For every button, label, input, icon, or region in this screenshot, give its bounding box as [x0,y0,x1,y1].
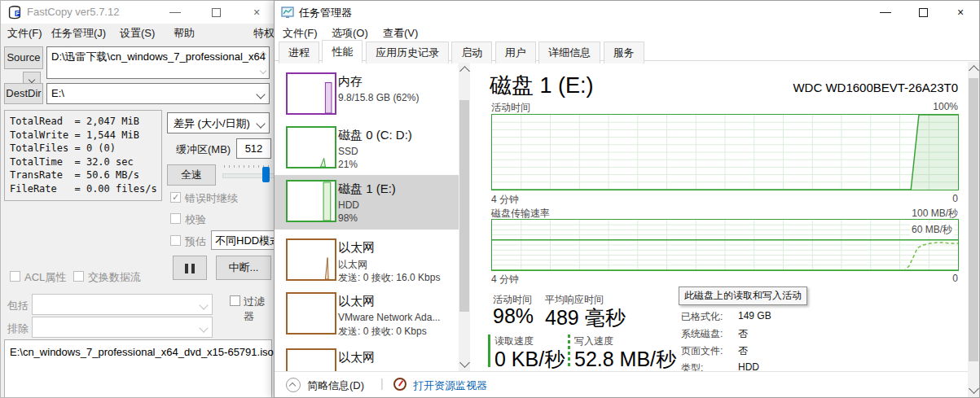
scroll-up-icon[interactable] [969,65,979,76]
collapse-icon[interactable] [286,378,301,392]
sidebar-item-disk0[interactable]: 磁盘 0 (C: D:) SSD 21% [275,121,459,175]
exclude-dropdown-icon [199,323,208,332]
taskmgr-menu-options[interactable]: 选项(O) [332,26,368,41]
read-speed-value: 0 KB/秒 [494,346,565,373]
taskmgr-minimize-button[interactable] [867,1,904,24]
sidebar-scrollbar[interactable] [459,63,470,371]
fastcopy-menu-help[interactable]: 帮助 [174,26,195,41]
main-scrollbar-thumb[interactable] [969,78,978,361]
filter-checkbox[interactable] [230,295,240,306]
source-button[interactable]: Source [4,46,43,69]
estimate-checkbox[interactable] [170,235,181,246]
open-resource-monitor-link[interactable]: 打开资源监视器 [413,378,487,393]
write-speed-legend-bar [568,335,570,367]
exclude-label: 排除 [7,321,29,336]
taskmgr-tab-strip: 进程 性能 应用历史记录 启动 用户 详细信息 服务 [275,40,979,61]
scroll-up-icon[interactable] [459,66,470,77]
taskmgr-menu-file[interactable]: 文件(F) [283,26,318,41]
source-scroll-down-icon[interactable] [260,68,266,74]
verify-label: 校验 [185,212,206,227]
include-label: 包括 [7,299,29,313]
chart1-xright: 0 [795,193,958,204]
verify-checkbox[interactable] [170,213,181,224]
disk0-mini-chart [286,126,336,168]
chart2-xleft: 4 分钟 [491,273,519,286]
altstream-checkbox[interactable] [73,271,84,282]
svg-text:F: F [16,11,20,16]
taskmgr-maximize-button[interactable] [904,1,942,24]
log-entry: E:\cn_windows_7_professional_x64_dvd_x15… [10,346,274,358]
tab-services[interactable]: 服务 [604,42,644,63]
include-combobox[interactable] [32,294,213,315]
chart1-max-label: 100% [795,101,958,112]
hdd-mode-combobox[interactable]: 不同HDD模式 [211,230,275,250]
tab-performance[interactable]: 性能 [322,40,363,63]
sidebar-item-detail: HDD [338,199,359,211]
footer-divider: | [380,377,384,390]
sidebar-item-ethernet3[interactable]: 以太网 [275,343,459,371]
log-listbox[interactable]: E:\cn_windows_7_professional_x64_dvd_x15… [4,339,272,398]
altstream-label: 交换数据流 [88,270,141,285]
memory-mini-chart [286,72,336,115]
destdir-combobox[interactable]: E:\ [46,83,270,104]
fastcopy-menu-file[interactable]: 文件(F) [7,26,42,41]
sidebar-item-detail: SSD [338,146,358,157]
slider-thumb[interactable] [262,167,270,182]
scroll-down-icon[interactable] [969,383,979,394]
pause-button[interactable] [173,256,207,280]
fastcopy-menu-jobmgmt[interactable]: 任务管理(J) [51,26,106,41]
tab-processes[interactable]: 进程 [279,42,319,63]
sidebar-item-detail: 以太网 [338,258,367,272]
source-path-field[interactable]: D:\迅雷下载\cn_windows_7_professional_x64 [46,46,270,79]
tab-details[interactable]: 详细信息 [538,42,600,63]
sidebar-scrollbar-thumb[interactable] [459,100,469,312]
destdir-button[interactable]: DestDir [4,83,43,104]
taskmgr-close-button[interactable]: × [942,1,979,24]
sidebar-item-name: 磁盘 1 (E:) [338,182,396,197]
active-time-chart[interactable] [491,114,959,190]
tab-app-history[interactable]: 应用历史记录 [366,42,449,63]
abort-button[interactable]: 中断... [216,256,271,280]
fastcopy-minimize-button[interactable] [156,1,194,24]
acl-checkbox[interactable] [10,271,20,282]
fewer-details-button[interactable]: 简略信息(D) [307,378,364,393]
tab-users[interactable]: 用户 [495,42,536,63]
taskmgr-titlebar[interactable]: 任务管理器 × [275,1,979,24]
taskmgr-app-icon [281,6,294,19]
fullspeed-button[interactable]: 全速 [167,164,216,186]
continue-on-error-checkbox[interactable]: ✓ [170,192,181,203]
resource-monitor-icon[interactable] [393,378,407,391]
transfer-rate-chart[interactable]: 60 MB/秒 [491,219,959,271]
sidebar-item-ethernet1[interactable]: 以太网 以太网 发送: 0 接收: 16.0 Kbps [275,234,459,287]
sidebar-item-detail: 9.8/15.8 GB (62%) [338,92,419,103]
buffer-size-field[interactable]: 512 [236,138,271,159]
taskmgr-menu-view[interactable]: 查看(V) [383,26,418,41]
fastcopy-close-button[interactable]: × [238,1,275,24]
active-time-stat-value: 98% [493,304,534,328]
exclude-combobox[interactable] [32,317,213,338]
chart1-xleft: 4 分钟 [491,193,519,207]
task-manager-window: 任务管理器 × 文件(F) 选项(O) 查看(V) 进程 性能 应用历史记录 启… [274,0,980,398]
fastcopy-menu-settings[interactable]: 设置(S) [120,26,155,41]
destdir-dropdown-icon [256,90,265,98]
copy-mode-dropdown-icon [256,119,265,128]
main-scrollbar[interactable] [968,62,979,397]
buffer-label: 缓冲区(MB) [176,142,231,157]
fastcopy-menubar: 文件(F) 任务管理(J) 设置(S) 帮助 特权 [1,24,275,42]
fastcopy-titlebar[interactable]: F FastCopy ver5.7.12 × [1,1,275,24]
scroll-down-icon[interactable] [459,357,470,368]
tab-startup[interactable]: 启动 [451,42,492,63]
taskmgr-footer: 简略信息(D) | 打开资源监视器 [275,371,979,398]
sidebar-item-memory[interactable]: 内存 9.8/15.8 GB (62%) [275,68,459,121]
copy-mode-combobox[interactable]: 差异 (大小/日期) [167,112,270,133]
hdd-mode-value: 不同HDD模式 [215,234,275,247]
fastcopy-maximize-button[interactable] [197,1,235,24]
sidebar-item-ethernet2[interactable]: 以太网 VMware Network Ada... 发送: 0 接收: 0 Kb… [275,287,459,341]
fastcopy-menu-privilege[interactable]: 特权 [253,26,275,41]
acl-label: ACL属性 [24,270,66,285]
sidebar-item-name: 磁盘 0 (C: D:) [338,128,412,143]
sidebar-item-detail2: 发送: 0 接收: 16.0 Kbps [338,271,440,285]
pause-icon [185,264,188,273]
fastcopy-window: F FastCopy ver5.7.12 × 文件(F) 任务管理(J) 设置(… [0,0,275,398]
sidebar-item-disk1[interactable]: 磁盘 1 (E:) HDD 98% [275,175,459,230]
